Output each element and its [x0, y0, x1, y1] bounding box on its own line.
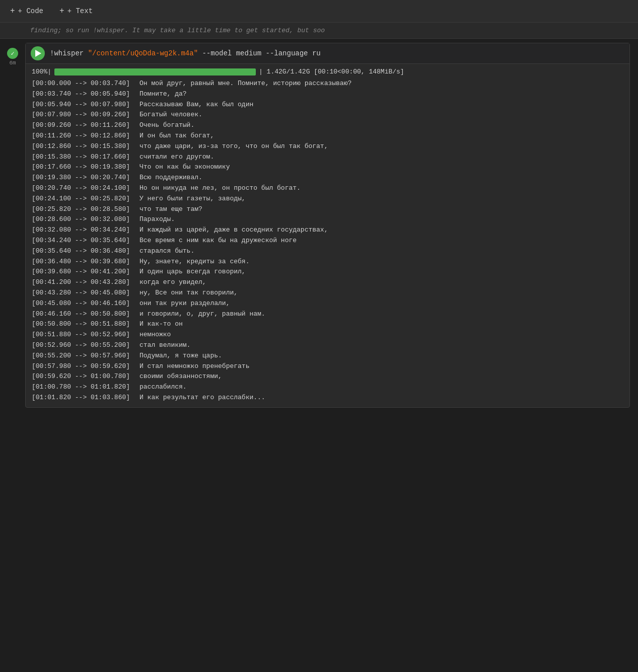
run-button[interactable] — [31, 46, 45, 60]
transcript-line: [00:25.820 --> 00:28.580]что там еще там… — [32, 204, 623, 215]
transcript-text: что даже цари, из-за того, что он был та… — [139, 141, 328, 152]
timestamp: [00:11.260 --> 00:12.860] — [32, 131, 137, 141]
transcript-text: И он был так богат, — [139, 131, 214, 141]
transcript-line: [00:19.380 --> 00:20.740]Всю поддерживал… — [32, 173, 623, 183]
progress-bar-inner — [54, 68, 256, 76]
transcript-text: немножко — [139, 330, 171, 340]
cell-1-output: 100%| | 1.42G/1.42G [00:10<00:00, 148MiB… — [26, 64, 629, 407]
top-toolbar: + + Code + + Text — [0, 0, 638, 23]
timestamp: [00:35.640 --> 00:36.480] — [32, 246, 137, 257]
timestamp: [00:17.660 --> 00:19.380] — [32, 162, 137, 173]
timestamp: [00:57.980 --> 00:59.620] — [32, 361, 137, 372]
transcript-text: своими обязанностями, — [139, 371, 222, 382]
transcript-line: [01:00.780 --> 01:01.820]расслабился. — [32, 382, 623, 393]
transcript-line: [00:32.080 --> 00:34.240]И каждый из цар… — [32, 225, 623, 236]
transcript-text: старался быть. — [139, 246, 194, 257]
timestamp: [00:03.740 --> 00:05.940] — [32, 89, 137, 100]
transcript-text: И как результат его расслабки... — [139, 393, 265, 403]
text-label: + Text — [67, 7, 93, 15]
transcript-lines: [00:00.000 --> 00:03.740]Он мой друг, ра… — [32, 79, 623, 403]
timestamp: [00:34.240 --> 00:35.640] — [32, 236, 137, 246]
transcript-text: стал великим. — [139, 340, 190, 351]
transcript-line: [00:45.080 --> 00:46.160]они так руки ра… — [32, 298, 623, 309]
transcript-text: И как-то он — [139, 319, 183, 330]
transcript-text: Но он никуда не лез, он просто был богат… — [139, 183, 301, 194]
timestamp: [00:05.940 --> 00:07.980] — [32, 100, 137, 110]
timestamp: [00:20.740 --> 00:24.100] — [32, 183, 137, 194]
transcript-text: Параходы. — [139, 214, 175, 225]
cell-1-time: 6m — [9, 60, 16, 66]
transcript-line: [00:41.200 --> 00:43.280]когда его увиде… — [32, 277, 623, 288]
transcript-text: И один царь всегда говорил, — [139, 267, 246, 277]
cmd-path: "/content/uQoDda-wg2k.m4a" — [88, 49, 198, 57]
timestamp: [01:01.820 --> 01:03.860] — [32, 393, 137, 403]
transcript-line: [00:35.640 --> 00:36.480]старался быть. — [32, 246, 623, 257]
transcript-line: [00:57.980 --> 00:59.620]И стал немножко… — [32, 361, 623, 372]
progress-stats: | 1.42G/1.42G [00:10<00:00, 148MiB/s] — [259, 68, 404, 76]
transcript-text: когда его увидел, — [139, 277, 206, 288]
transcript-text: Очень богатый. — [139, 120, 194, 131]
transcript-text: что там еще там? — [139, 204, 202, 215]
add-text-button[interactable]: + + Text — [55, 5, 97, 18]
transcript-text: Рассказываю Вам, как был один — [139, 100, 253, 110]
transcript-line: [01:01.820 --> 01:03.860]И как результат… — [32, 393, 623, 403]
timestamp: [00:36.480 --> 00:39.680] — [32, 257, 137, 267]
transcript-line: [00:11.260 --> 00:12.860]И он был так бо… — [32, 131, 623, 141]
transcript-text: И стал немножко пренебрегать — [139, 361, 249, 372]
timestamp: [00:00.000 --> 00:03.740] — [32, 79, 137, 89]
transcript-text: расслабился. — [139, 382, 187, 393]
plus-icon: + — [10, 7, 15, 16]
transcript-text: Он мой друг, равный мне. Помните, истори… — [139, 79, 351, 89]
notebook-area: ✓ 6m !whisper "/content/uQoDda-wg2k.m4a"… — [0, 39, 638, 412]
transcript-text: Ну, знаете, кредиты за себя. — [139, 257, 249, 267]
transcript-line: [00:46.160 --> 00:50.800]и говорили, о, … — [32, 309, 623, 320]
transcript-line: [00:24.100 --> 00:25.820]У него были газ… — [32, 194, 623, 204]
transcript-text: И каждый из царей, даже в соседних госуд… — [139, 225, 328, 236]
transcript-line: [00:07.980 --> 00:09.260]Богатый человек… — [32, 110, 623, 120]
cell-1-body: !whisper "/content/uQoDda-wg2k.m4a" --mo… — [25, 43, 630, 408]
timestamp: [00:19.380 --> 00:20.740] — [32, 173, 137, 183]
transcript-line: [00:43.280 --> 00:45.080]ну, Все они так… — [32, 288, 623, 298]
transcript-line: [00:50.800 --> 00:51.880]И как-то он — [32, 319, 623, 330]
add-code-button[interactable]: + + Code — [6, 5, 47, 18]
timestamp: [00:43.280 --> 00:45.080] — [32, 288, 137, 298]
cell-1-command: !whisper "/content/uQoDda-wg2k.m4a" --mo… — [50, 49, 321, 57]
transcript-line: [00:17.660 --> 00:19.380]Что он как бы э… — [32, 162, 623, 173]
cell-1-status-col: ✓ 6m — [0, 43, 25, 66]
plus-icon-2: + — [59, 7, 64, 16]
transcript-line: [00:12.860 --> 00:15.380]что даже цари, … — [32, 141, 623, 152]
timestamp: [00:41.200 --> 00:43.280] — [32, 277, 137, 288]
timestamp: [00:39.680 --> 00:41.200] — [32, 267, 137, 277]
cmd-flags: --model medium --language ru — [198, 49, 321, 57]
timestamp: [00:15.380 --> 00:17.660] — [32, 152, 137, 163]
transcript-text: и говорили, о, друг, равный нам. — [139, 309, 265, 320]
transcript-line: [00:28.600 --> 00:32.080]Параходы. — [32, 214, 623, 225]
timestamp: [01:00.780 --> 01:01.820] — [32, 382, 137, 393]
timestamp: [00:50.800 --> 00:51.880] — [32, 319, 137, 330]
cmd-prefix: !whisper — [50, 49, 88, 57]
cell-1-run-bar: !whisper "/content/uQoDda-wg2k.m4a" --mo… — [26, 43, 629, 64]
code-label: + Code — [18, 7, 43, 15]
transcript-text: Все время с ним как бы на дружеской ноге — [139, 236, 297, 246]
timestamp: [00:55.200 --> 00:57.960] — [32, 351, 137, 361]
timestamp: [00:59.620 --> 01:00.780] — [32, 371, 137, 382]
transcript-text: ну, Все они так говорили, — [139, 288, 238, 298]
timestamp: [00:51.880 --> 00:52.960] — [32, 330, 137, 340]
progress-bar-outer — [54, 68, 256, 76]
scroll-hint-text: finding; so run !whisper. It may take a … — [30, 27, 325, 34]
timestamp: [00:12.860 --> 00:15.380] — [32, 141, 137, 152]
transcript-text: Помните, да? — [139, 89, 187, 100]
transcript-text: Богатый человек. — [139, 110, 202, 120]
transcript-text: они так руки разделали, — [139, 298, 230, 309]
progress-percent: 100%| — [32, 68, 51, 76]
transcript-line: [00:55.200 --> 00:57.960]Подумал, я тоже… — [32, 351, 623, 361]
transcript-line: [00:52.960 --> 00:55.200]стал великим. — [32, 340, 623, 351]
transcript-text: считали его другом. — [139, 152, 214, 163]
transcript-line: [00:51.880 --> 00:52.960]немножко — [32, 330, 623, 340]
transcript-line: [00:09.260 --> 00:11.260]Очень богатый. — [32, 120, 623, 131]
timestamp: [00:07.980 --> 00:09.260] — [32, 110, 137, 120]
transcript-line: [00:36.480 --> 00:39.680]Ну, знаете, кре… — [32, 257, 623, 267]
transcript-line: [00:20.740 --> 00:24.100]Но он никуда не… — [32, 183, 623, 194]
cell-1: ✓ 6m !whisper "/content/uQoDda-wg2k.m4a"… — [0, 39, 638, 412]
transcript-text: Что он как бы экономику — [139, 162, 230, 173]
